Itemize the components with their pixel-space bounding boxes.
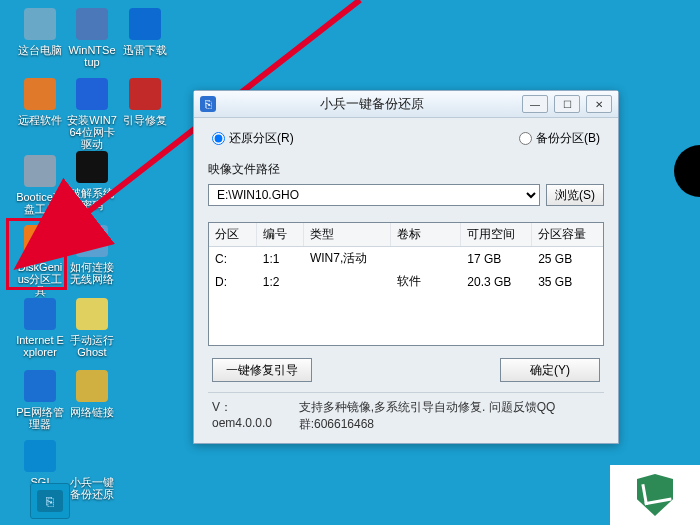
version-text: V：oem4.0.0.0 [212, 399, 285, 433]
cell-part: D: [209, 270, 256, 293]
table-row[interactable]: C:1:1WIN7,活动17 GB25 GB [209, 247, 603, 271]
desktop-icon-label: 引导修复 [120, 114, 170, 126]
desktop-icon-label: 破解系统密码 [67, 187, 117, 211]
app-icon: ⎘ [200, 96, 216, 112]
desktop-icon-label: 手动运行Ghost [67, 334, 117, 358]
pe-net-icon [24, 370, 56, 402]
close-button[interactable]: ✕ [586, 95, 612, 113]
radio-restore[interactable]: 还原分区(R) [212, 130, 294, 147]
desktop-icon-bootice[interactable]: Bootice磁盘工具 [15, 155, 65, 215]
backup-icon [76, 440, 108, 472]
browse-button[interactable]: 浏览(S) [546, 184, 604, 206]
desktop-icon-label: 网络链接 [67, 406, 117, 418]
xunlei-icon [129, 8, 161, 40]
desktop-icon-pe-net[interactable]: PE网络管理器 [15, 370, 65, 430]
desktop-icon-label: WinNTSetup [67, 44, 117, 68]
desktop-icon-wifi[interactable]: 如何连接无线网络 [67, 225, 117, 285]
backup-restore-window: ⎘ 小兵一键备份还原 — ☐ ✕ 还原分区(R) 备份分区(B) 映像文件路径 … [193, 90, 619, 444]
watermark [610, 465, 700, 525]
cell-type: WIN7,活动 [303, 247, 390, 271]
desktop-icon-netlink[interactable]: 网络链接 [67, 370, 117, 418]
maximize-button[interactable]: ☐ [554, 95, 580, 113]
crack-icon [76, 151, 108, 183]
desktop-icon-label: Bootice磁盘工具 [15, 191, 65, 215]
cell-free: 20.3 GB [461, 270, 532, 293]
desktop-icon-win7drv[interactable]: 安装WIN7 64位网卡驱动 [67, 78, 117, 150]
desktop-icon-crack[interactable]: 破解系统密码 [67, 151, 117, 211]
desktop-icon-winntsetup[interactable]: WinNTSetup [67, 8, 117, 68]
bootfix-icon [129, 78, 161, 110]
cell-free: 17 GB [461, 247, 532, 271]
cell-part: C: [209, 247, 256, 271]
titlebar[interactable]: ⎘ 小兵一键备份还原 — ☐ ✕ [194, 91, 618, 118]
cell-cap: 25 GB [532, 247, 603, 271]
desktop-icon-xunlei[interactable]: 迅雷下载 [120, 8, 170, 56]
diskgenius-icon [24, 225, 56, 257]
radio-backup[interactable]: 备份分区(B) [519, 130, 600, 147]
sgi-icon [24, 440, 56, 472]
shield-icon [637, 474, 673, 516]
status-bar: V：oem4.0.0.0 支持多种镜像,多系统引导自动修复. 问题反馈QQ群:6… [208, 392, 604, 435]
partition-table: 分区编号类型卷标可用空间分区容量 C:1:1WIN7,活动17 GB25 GBD… [208, 222, 604, 346]
col-header[interactable]: 分区容量 [532, 223, 603, 247]
desktop-icon-ghost[interactable]: 手动运行Ghost [67, 298, 117, 358]
minimize-button[interactable]: — [522, 95, 548, 113]
desktop-icon-ie[interactable]: Internet Explorer [15, 298, 65, 358]
bootice-icon [24, 155, 56, 187]
ie-icon [24, 298, 56, 330]
desktop-icon-label: 如何连接无线网络 [67, 261, 117, 285]
cell-num: 1:1 [256, 247, 303, 271]
win7drv-icon [76, 78, 108, 110]
image-path-select[interactable]: E:\WIN10.GHO [208, 184, 540, 206]
col-header[interactable]: 可用空间 [461, 223, 532, 247]
table-row[interactable]: D:1:2软件20.3 GB35 GB [209, 270, 603, 293]
path-label: 映像文件路径 [208, 161, 604, 178]
desktop-icon-label: DiskGenius分区工具 [15, 261, 65, 297]
desktop-icon-label: 迅雷下载 [120, 44, 170, 56]
col-header[interactable]: 分区 [209, 223, 256, 247]
netlink-icon [76, 370, 108, 402]
taskbar-app[interactable]: ⎘ [30, 483, 70, 519]
this-pc-icon [24, 8, 56, 40]
repair-boot-button[interactable]: 一键修复引导 [212, 358, 312, 382]
cell-vol: 软件 [390, 270, 461, 293]
col-header[interactable]: 类型 [303, 223, 390, 247]
cell-type [303, 270, 390, 293]
desktop-icon-backup[interactable]: 小兵一键备份还原 [67, 440, 117, 500]
desktop-icon-label: Internet Explorer [15, 334, 65, 358]
desktop-icon-label: 小兵一键备份还原 [67, 476, 117, 500]
desktop-icon-label: 这台电脑 [15, 44, 65, 56]
wifi-icon [76, 225, 108, 257]
desktop-icon-diskgenius[interactable]: DiskGenius分区工具 [15, 225, 65, 297]
winntsetup-icon [76, 8, 108, 40]
radio-backup-label: 备份分区(B) [536, 130, 600, 147]
ghost-icon [76, 298, 108, 330]
desktop-icon-sgi[interactable]: SGI [15, 440, 65, 488]
desktop-icon-label: 远程软件 [15, 114, 65, 126]
desktop-icon-remote[interactable]: 远程软件 [15, 78, 65, 126]
status-text: 支持多种镜像,多系统引导自动修复. 问题反馈QQ群:606616468 [299, 399, 600, 433]
radio-restore-input[interactable] [212, 132, 225, 145]
desktop-icon-label: PE网络管理器 [15, 406, 65, 430]
cell-num: 1:2 [256, 270, 303, 293]
ok-button[interactable]: 确定(Y) [500, 358, 600, 382]
desktop-icon-label: 安装WIN7 64位网卡驱动 [67, 114, 117, 150]
desktop-icon-this-pc[interactable]: 这台电脑 [15, 8, 65, 56]
col-header[interactable]: 编号 [256, 223, 303, 247]
taskbar-app-icon: ⎘ [37, 490, 63, 512]
col-header[interactable]: 卷标 [390, 223, 461, 247]
desktop-icon-bootfix[interactable]: 引导修复 [120, 78, 170, 126]
window-title: 小兵一键备份还原 [222, 95, 522, 113]
cell-cap: 35 GB [532, 270, 603, 293]
radio-backup-input[interactable] [519, 132, 532, 145]
remote-icon [24, 78, 56, 110]
radio-restore-label: 还原分区(R) [229, 130, 294, 147]
cell-vol [390, 247, 461, 271]
